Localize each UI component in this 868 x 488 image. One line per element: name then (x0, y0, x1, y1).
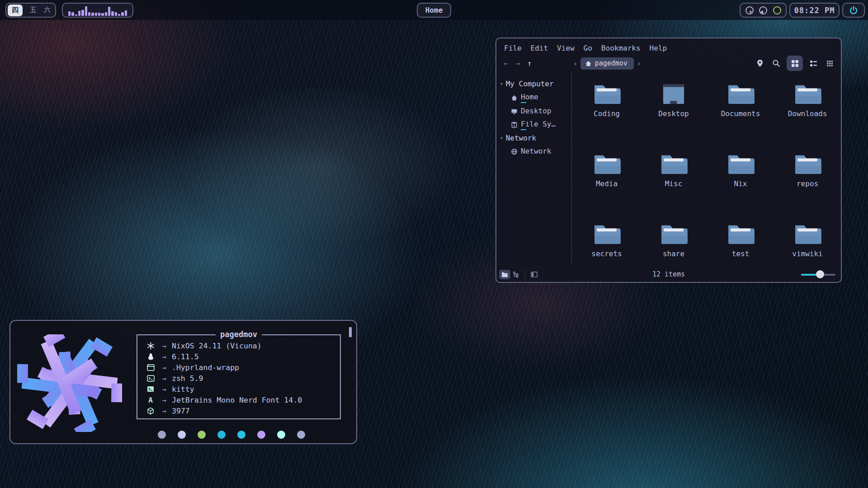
compact-view-button[interactable] (824, 57, 835, 69)
folder-label: Media (596, 179, 618, 188)
folder-item-nix[interactable]: Nix (707, 146, 774, 216)
workspace-active[interactable]: 四 (8, 5, 23, 16)
breadcrumb-next-icon[interactable]: › (634, 59, 644, 68)
desktop-icon (511, 108, 518, 115)
terminal-cursor (349, 327, 352, 337)
terminal-icon (145, 386, 156, 392)
palette-dot (178, 431, 186, 439)
folder-item-misc[interactable]: Misc (640, 146, 707, 216)
breadcrumb-prev-icon[interactable]: ‹ (571, 59, 580, 68)
back-button[interactable]: ← (500, 59, 512, 68)
disk-indicator-icon[interactable] (758, 5, 768, 15)
menu-help[interactable]: Help (650, 44, 667, 52)
folder-item-coding[interactable]: Coding (573, 76, 640, 146)
fastfetch-line-kernel: → 6.11.5 (145, 351, 340, 362)
visualizer-bar (121, 12, 123, 16)
folder-item-documents[interactable]: Documents (707, 76, 774, 146)
nixos-logo (17, 334, 122, 432)
file-manager-menubar: File Edit View Go Bookmarks Help (496, 38, 841, 55)
fastfetch-lines: → NixOS 24.11 (Vicuna) → 6.11.5 → .Hyprl… (137, 335, 340, 416)
forward-button[interactable]: → (512, 59, 524, 68)
desktop: { "topbar": { "workspaces": { "active": … (0, 0, 868, 488)
menu-view[interactable]: View (557, 44, 575, 52)
visualizer-bar (101, 13, 104, 16)
sidebar-section-network[interactable]: ▾ Network (496, 132, 571, 145)
folder-item-downloads[interactable]: Downloads (774, 76, 841, 146)
sidebar-item-label: Network (521, 147, 551, 156)
folder-label: Desktop (658, 109, 689, 118)
arrow-icon: → (156, 342, 172, 350)
folder-item-media[interactable]: Media (573, 146, 640, 216)
palette-dot (158, 431, 166, 439)
visualizer-bar (85, 6, 87, 16)
linux-tux-icon (145, 353, 156, 361)
slider-handle[interactable] (816, 270, 824, 278)
workspace-switcher[interactable]: 四 五 六 (5, 3, 56, 18)
terminal-window[interactable]: pagedmov → NixOS 24.11 (Vicuna) → 6.11.5 (9, 320, 357, 444)
folder-icon (793, 223, 821, 245)
file-manager-body: ▾ My Computer Home Desktop File Sy… (496, 72, 841, 265)
collapse-arrow-icon[interactable]: ▾ (500, 81, 503, 87)
palette-dot (277, 431, 285, 439)
window-manager-icon (145, 364, 156, 371)
disk-indicator-icon[interactable] (745, 5, 755, 15)
system-tray[interactable] (740, 3, 787, 18)
sidebar-item-home[interactable]: Home (496, 91, 571, 105)
visualizer-bar (105, 12, 107, 16)
folder-label: repos (797, 179, 818, 188)
workspace-item[interactable]: 五 (30, 6, 37, 14)
toolbar-right-icons (754, 56, 835, 71)
packages-value: 3977 (172, 407, 190, 415)
breadcrumb-segment-home[interactable]: pagedmov (580, 57, 634, 70)
location-pin-icon[interactable] (754, 57, 766, 69)
show-tree-button[interactable] (510, 270, 522, 279)
visualizer-bar (71, 12, 74, 16)
home-icon (585, 60, 592, 67)
status-ring-icon[interactable] (772, 5, 782, 15)
menu-bookmarks[interactable]: Bookmarks (601, 44, 641, 52)
folder-item-desktop[interactable]: Desktop (640, 76, 707, 146)
clock: 08:22 PM (789, 3, 840, 18)
shell-value: zsh 5.9 (172, 374, 203, 383)
arrow-icon: → (156, 407, 172, 415)
search-icon[interactable] (770, 57, 782, 69)
power-button[interactable] (842, 3, 865, 18)
folder-item-repos[interactable]: repos (774, 146, 841, 216)
icon-view-button[interactable] (787, 56, 803, 71)
up-button[interactable]: ↑ (524, 59, 535, 68)
palette-dot (257, 431, 265, 439)
arrow-icon: → (156, 352, 172, 361)
audio-visualizer (62, 3, 133, 18)
visualizer-bar (95, 13, 97, 16)
globe-icon (511, 148, 518, 155)
collapse-arrow-icon[interactable]: ▾ (500, 135, 503, 141)
visualizer-bar (111, 11, 113, 16)
fastfetch-line-wm: → .Hyprland-wrapp (145, 362, 340, 373)
kernel-value: 6.11.5 (172, 352, 199, 361)
menu-edit[interactable]: Edit (531, 44, 548, 52)
sidebar-item-network[interactable]: Network (496, 145, 571, 158)
menu-go[interactable]: Go (584, 44, 592, 52)
palette-dot (237, 431, 245, 439)
folder-icon (726, 83, 755, 105)
visualizer-bar (115, 12, 117, 16)
fastfetch-line-os: → NixOS 24.11 (Vicuna) (145, 340, 340, 351)
palette-dot (297, 431, 305, 439)
sidebar-item-filesystem[interactable]: File Sy… (496, 118, 571, 132)
file-manager-toolbar: ← → ↑ ‹ pagedmov › (496, 55, 841, 72)
folder-icon (793, 83, 821, 105)
folder-label: Nix (734, 179, 747, 188)
workspace-item[interactable]: 六 (44, 6, 51, 14)
icon-size-slider[interactable] (801, 271, 835, 278)
show-places-button[interactable] (499, 270, 510, 279)
active-window-title: Home (417, 3, 451, 18)
visualizer-bar (91, 13, 94, 16)
list-view-button[interactable] (807, 57, 819, 69)
sidebar-section-my-computer[interactable]: ▾ My Computer (496, 78, 571, 91)
power-icon (849, 5, 859, 15)
sidebar-item-desktop[interactable]: Desktop (496, 105, 571, 118)
menu-file[interactable]: File (504, 44, 522, 52)
shell-icon (145, 375, 156, 382)
visualizer-bar (78, 11, 80, 16)
toggle-sidebar-button[interactable] (528, 270, 540, 279)
